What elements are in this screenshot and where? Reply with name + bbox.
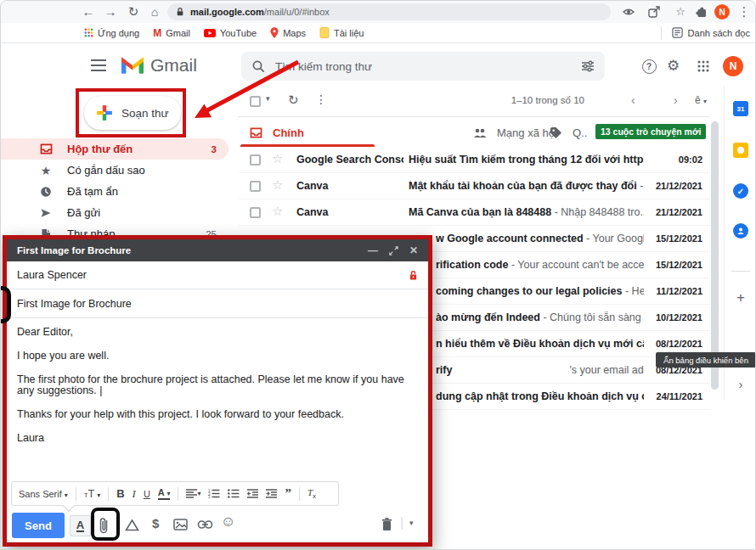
bookmark-star-icon[interactable]: ☆	[671, 1, 690, 23]
align-button[interactable]: ▾	[186, 489, 200, 498]
sidebar-item-sent[interactable]: Đã gửi	[1, 202, 228, 223]
quote-button[interactable]: ”	[285, 486, 291, 501]
home-icon[interactable]: ⌂	[145, 1, 164, 23]
row-checkbox[interactable]	[250, 154, 261, 169]
bookmark-apps[interactable]: Ứng dụng	[84, 28, 139, 38]
search-icon[interactable]	[251, 59, 265, 73]
popout-icon[interactable]	[389, 244, 398, 256]
bookmark-maps[interactable]: Maps	[270, 27, 306, 39]
no-encryption-lock-icon[interactable]	[409, 270, 418, 281]
reload-icon[interactable]: ↻	[124, 1, 143, 23]
browser-menu-icon[interactable]: ⋮	[735, 1, 753, 23]
discard-draft-trash-icon[interactable]	[381, 517, 393, 531]
clock-icon	[38, 186, 54, 198]
compose-titlebar[interactable]: First Image for Brochure — ✕	[7, 239, 428, 261]
reading-list-icon	[672, 27, 683, 38]
indent-more-button[interactable]	[266, 489, 277, 498]
numbered-list-button[interactable]: 123	[208, 489, 220, 498]
row-text: coming changes to our legal policies - H…	[436, 285, 644, 297]
browser-profile-avatar[interactable]: N	[714, 4, 730, 20]
browser-window: ← → ↻ ⌂ mail.google.com/mail/u/0/#inbox …	[0, 0, 756, 550]
money-dollar-icon[interactable]: $	[152, 516, 159, 530]
compose-subject: First Image for Brochure	[17, 298, 132, 310]
compose-button[interactable]: Soạn thư	[84, 96, 181, 130]
email-row[interactable]: ☆ Google Search Conso. Hiệu suất Tìm kiế…	[239, 147, 710, 173]
italic-button[interactable]: I	[133, 487, 136, 501]
help-icon[interactable]: ?	[640, 57, 658, 76]
select-all-checkbox[interactable]	[250, 95, 261, 110]
more-options-icon[interactable]: ⋮	[315, 93, 327, 106]
bookmark-gmail[interactable]: M Gmail	[153, 27, 190, 39]
back-icon[interactable]: ←	[79, 1, 98, 23]
sidebar-item-starred[interactable]: ★ Có gắn dấu sao	[1, 160, 228, 181]
collapse-side-panel-icon[interactable]: ›	[733, 377, 748, 392]
refresh-icon[interactable]: ↻	[288, 93, 299, 108]
bookmark-youtube[interactable]: YouTube	[204, 28, 257, 38]
row-star-icon[interactable]: ☆	[272, 204, 283, 219]
close-icon[interactable]: ✕	[409, 244, 418, 256]
tab-primary[interactable]: Chính	[250, 118, 304, 147]
row-checkbox[interactable]	[250, 180, 261, 195]
gmail-logo: Gmail	[121, 55, 197, 76]
insert-emoji-icon[interactable]: ☺	[221, 514, 235, 530]
contacts-icon[interactable]	[733, 223, 748, 239]
bookmark-docs[interactable]: Tài liệu	[319, 27, 364, 38]
main-menu-icon[interactable]	[91, 59, 106, 71]
remove-formatting-button[interactable]: Tx	[307, 487, 316, 500]
search-input[interactable]: Tìm kiếm trong thư	[241, 52, 605, 81]
more-send-options-icon[interactable]: ▾	[409, 519, 414, 527]
insert-link-icon[interactable]	[197, 519, 213, 530]
compose-body[interactable]: Dear Editor, I hope you are well. The fi…	[17, 327, 418, 457]
row-subject: w Google account connected	[436, 233, 584, 244]
calendar-icon[interactable]: 31	[733, 101, 748, 116]
font-family-select[interactable]: Sans Serif ▾	[19, 489, 68, 499]
tab-promotions[interactable]: Q..	[550, 118, 587, 147]
google-apps-grid-icon[interactable]	[694, 57, 713, 76]
preview-eye-icon[interactable]	[621, 1, 636, 23]
input-tools-icon[interactable]: ê ▾	[695, 94, 707, 106]
row-star-icon[interactable]: ☆	[272, 151, 283, 166]
bold-button[interactable]: B	[116, 487, 124, 500]
tasks-icon[interactable]: ✓	[733, 183, 748, 199]
sidebar-item-snoozed[interactable]: Đã tạm ẩn	[1, 181, 228, 202]
minimize-icon[interactable]: —	[368, 244, 378, 256]
email-row[interactable]: ☆ Canva Mã Canva của bạn là 848488 - Nhậ…	[239, 199, 710, 226]
formatting-options-button[interactable]: A	[70, 515, 91, 536]
drive-icon[interactable]	[125, 519, 139, 531]
row-star-icon[interactable]: ☆	[272, 177, 283, 193]
bulleted-list-button[interactable]	[228, 489, 240, 498]
extensions-puzzle-icon[interactable]	[694, 1, 709, 23]
indent-less-button[interactable]	[247, 489, 258, 498]
settings-gear-icon[interactable]: ⚙	[667, 57, 685, 76]
newer-page-icon[interactable]: ‹	[631, 93, 635, 107]
compose-subject-field[interactable]: First Image for Brochure	[7, 289, 428, 318]
attach-files-paperclip-icon[interactable]	[98, 515, 110, 536]
underline-button[interactable]: U	[144, 489, 150, 499]
keep-icon[interactable]	[733, 143, 748, 158]
account-avatar[interactable]: N	[723, 56, 743, 76]
address-bar[interactable]: mail.google.com/mail/u/0/#inbox	[167, 3, 611, 20]
search-options-tune-icon[interactable]	[581, 60, 595, 72]
share-icon[interactable]	[646, 1, 662, 23]
tab-social[interactable]: Mạng xã hội	[473, 118, 557, 147]
send-button[interactable]: Send	[12, 513, 65, 538]
list-scrollbar[interactable]	[711, 121, 719, 390]
sidebar-item-inbox[interactable]: Hộp thư đến 3	[1, 138, 228, 160]
email-row[interactable]: ☆ Canva Mật khẩu tài khoản của bạn đã đư…	[239, 173, 710, 199]
row-subject: n hiểu thêm về Điều khoản dịch vụ mới cậ…	[436, 338, 644, 350]
body-line: Laura	[17, 433, 418, 444]
text-color-button[interactable]: A ▾	[158, 488, 171, 500]
older-page-icon[interactable]: ›	[674, 93, 678, 107]
browser-navbar: ← → ↻ ⌂ mail.google.com/mail/u/0/#inbox …	[1, 1, 756, 23]
reading-list-button[interactable]: Danh sách đọc	[661, 26, 750, 40]
row-snippet: 's your email addr...	[569, 364, 644, 376]
compose-window: First Image for Brochure — ✕ Laura Spenc…	[3, 235, 432, 547]
insert-photo-icon[interactable]	[173, 519, 188, 530]
select-dropdown-icon[interactable]: ▾	[266, 94, 270, 103]
row-checkbox[interactable]	[250, 206, 261, 222]
font-size-button[interactable]: TT ▾	[84, 488, 100, 500]
forward-icon[interactable]: →	[101, 1, 120, 23]
get-addons-plus-icon[interactable]: +	[733, 289, 748, 305]
compose-to-field[interactable]: Laura Spencer	[7, 261, 428, 289]
side-panel-tooltip: Ẩn bảng điều khiển bên	[656, 352, 756, 368]
